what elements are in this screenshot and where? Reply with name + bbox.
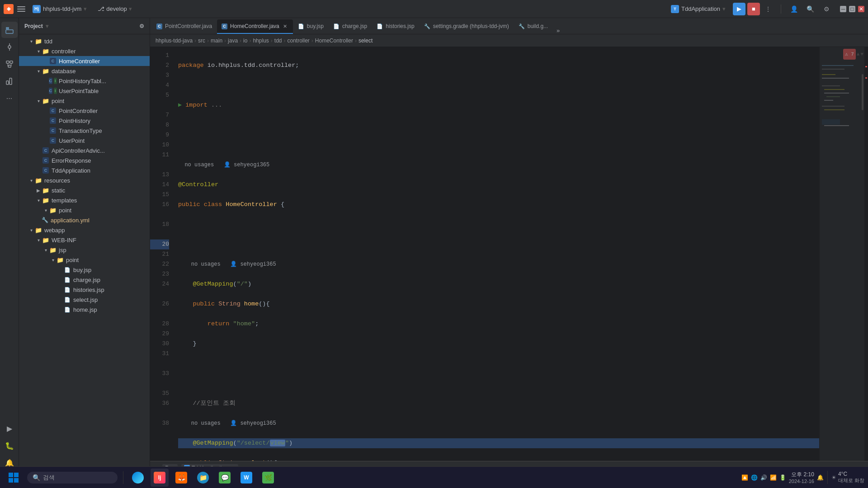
tree-item-tddapplication[interactable]: C TddApplication (19, 165, 150, 175)
svg-rect-24 (822, 106, 844, 107)
tree-item-pointhistorytable[interactable]: CI PointHistoryTabl... (19, 76, 150, 86)
taskbar-app-4[interactable]: W (237, 469, 255, 487)
tab-homecontroller[interactable]: C HomeController.java ✕ (217, 19, 293, 34)
breadcrumb-item[interactable]: io (243, 38, 247, 44)
tree-item-webinf[interactable]: ▾ 📁 WEB-INF (19, 235, 150, 245)
tab-pointcontroller[interactable]: C PointController.java (152, 19, 217, 34)
sidebar-settings-icon[interactable]: ⚙ (139, 23, 144, 29)
date: 2024-12-16 (789, 479, 814, 484)
taskbar-search[interactable]: 🔍 검색 (27, 472, 118, 483)
svg-rect-31 (14, 478, 19, 483)
svg-rect-15 (822, 65, 854, 66)
search-button[interactable]: 🔍 (804, 3, 816, 15)
app-name[interactable]: T TddApplication ▾ (671, 5, 726, 13)
tree-item-errorresponse[interactable]: C ErrorResponse (19, 155, 150, 165)
tree-item-pointcontroller[interactable]: C PointController (19, 106, 150, 116)
sidebar-header: Project ▾ ⚙ (19, 18, 150, 34)
tree-item-point-templates[interactable]: ▾ 📁 point (19, 205, 150, 215)
stop-button[interactable]: ■ (747, 3, 760, 15)
start-button[interactable] (4, 468, 24, 488)
project-name-badge[interactable]: Hj hhplus-tdd-jvm ▾ (29, 4, 90, 14)
breadcrumb-separator: › (284, 38, 286, 44)
close-button[interactable]: ✕ (858, 6, 864, 12)
tab-buyjsp[interactable]: 📄 buy.jsp (293, 19, 328, 34)
tree-label: tdd (44, 38, 52, 45)
tree-item-point[interactable]: ▾ 📁 point (19, 96, 150, 106)
taskbar-edge[interactable] (129, 469, 147, 487)
tray-icon-5: 🔋 (779, 474, 786, 481)
code-editor[interactable]: 1 2 3 4 5 6 7 8 9 10 11 12 13 14 15 16 1… (150, 47, 868, 461)
tree-label: application.yml (51, 217, 90, 224)
toolbar-plugins[interactable] (1, 73, 18, 89)
breadcrumb-item[interactable]: tdd (274, 38, 282, 44)
toolbar-structure[interactable] (1, 56, 18, 72)
tree-item-application-yml[interactable]: 🔧 application.yml (19, 215, 150, 225)
branch-badge[interactable]: ⎇ develop ▾ (94, 4, 136, 14)
settings-button[interactable]: ⚙ (820, 3, 833, 15)
tree-item-templates[interactable]: ▾ 📁 templates (19, 195, 150, 205)
tree-item-jsp[interactable]: ▾ 📁 jsp (19, 245, 150, 255)
tab-buildgradle[interactable]: 🔧 build.g... (514, 19, 552, 34)
gradle-tab-icon: 🔧 (519, 23, 525, 29)
hamburger-menu[interactable] (17, 5, 25, 13)
tree-item-static[interactable]: ▶ 📁 static (19, 185, 150, 195)
breadcrumb-item[interactable]: main (211, 38, 222, 44)
account-button[interactable]: 👤 (788, 3, 800, 15)
breadcrumb-item[interactable]: hhplus-tdd-java (156, 38, 193, 44)
tab-historiesjsp[interactable]: 📄 histories.jsp (372, 19, 419, 34)
minimize-button[interactable]: ─ (840, 6, 846, 12)
taskbar-app-1[interactable]: 🦊 (172, 469, 190, 487)
tree-item-select-jsp[interactable]: 📄 select.jsp (19, 295, 150, 305)
tree-item-webapp[interactable]: ▾ 📁 webapp (19, 225, 150, 235)
tree-item-pointhistory[interactable]: C PointHistory (19, 116, 150, 126)
tree-item-resources[interactable]: ▾ 📁 resources (19, 175, 150, 185)
toolbar-more[interactable]: ··· (1, 90, 18, 107)
breadcrumb-item[interactable]: controller (288, 38, 310, 44)
tree-item-controller[interactable]: ▾ 📁 controller (19, 46, 150, 56)
maximize-button[interactable]: □ (849, 6, 855, 12)
tab-close-icon[interactable]: ✕ (282, 23, 288, 29)
clock[interactable]: 오후 2:10 2024-12-16 (789, 471, 814, 484)
tree-item-transactiontype[interactable]: C TransactionType (19, 126, 150, 136)
editor-area: C PointController.java C HomeController.… (150, 18, 868, 474)
tree-item-homecontroller[interactable]: C HomeController (19, 56, 150, 66)
tree-item-tdd[interactable]: ▾ 📁 tdd (19, 36, 150, 46)
taskbar-intellij[interactable]: Ij (151, 469, 169, 487)
tab-settingsgradle[interactable]: 🔧 settings.gradle (hhplus-tdd-jvm) (420, 19, 514, 34)
toolbar-project[interactable] (1, 22, 18, 38)
tree-label: controller (52, 48, 75, 55)
notification-icon[interactable]: 🔔 (817, 474, 824, 481)
toolbar-debug[interactable]: 🐛 (1, 437, 18, 454)
tree-label: PointController (59, 108, 98, 114)
breadcrumb-item[interactable]: java (228, 38, 238, 44)
tree-item-point-jsp[interactable]: ▾ 📁 point (19, 255, 150, 265)
tree-arrow: ▾ (42, 207, 49, 213)
run-button[interactable]: ▶ (733, 3, 745, 15)
breadcrumb-item[interactable]: hhplus (253, 38, 269, 44)
breadcrumb-item[interactable]: HomeController (315, 38, 353, 44)
tree-item-userpoint[interactable]: C UserPoint (19, 136, 150, 145)
taskbar-app-3[interactable]: 💬 (216, 469, 234, 487)
breadcrumb-item[interactable]: src (198, 38, 205, 44)
tab-more-button[interactable]: » (553, 27, 563, 34)
tree-item-apicontrolleradvice[interactable]: C ApiControllerAdvic... (19, 145, 150, 155)
tree-item-buy-jsp[interactable]: 📄 buy.jsp (19, 265, 150, 275)
tree-arrow (57, 296, 63, 303)
tree-arrow (57, 306, 63, 313)
taskbar-app-5[interactable]: 🌿 (259, 469, 277, 487)
code-content[interactable]: package io.hhplus.tdd.controller; ▶ impo… (173, 47, 819, 461)
app-logo: ◈ (4, 4, 14, 14)
tab-chargejsp[interactable]: 📄 charge.jsp (329, 19, 372, 34)
tree-item-charge-jsp[interactable]: 📄 charge.jsp (19, 275, 150, 285)
tree-item-home-jsp[interactable]: 📄 home.jsp (19, 305, 150, 314)
tree-item-userpointtable[interactable]: CI UserPointTable (19, 86, 150, 96)
taskbar-app-2[interactable]: 📁 (194, 469, 212, 487)
tree-item-database[interactable]: ▾ 📁 database (19, 66, 150, 76)
more-button[interactable]: ⋮ (762, 3, 774, 15)
tree-label: WEB-INF (52, 237, 76, 244)
folder-icon: 📁 (42, 97, 50, 105)
toolbar-run-bottom[interactable]: ▶ (1, 420, 18, 436)
toolbar-commits[interactable] (1, 39, 18, 55)
tree-item-histories-jsp[interactable]: 📄 histories.jsp (19, 285, 150, 295)
breadcrumb-item[interactable]: select (359, 38, 373, 44)
